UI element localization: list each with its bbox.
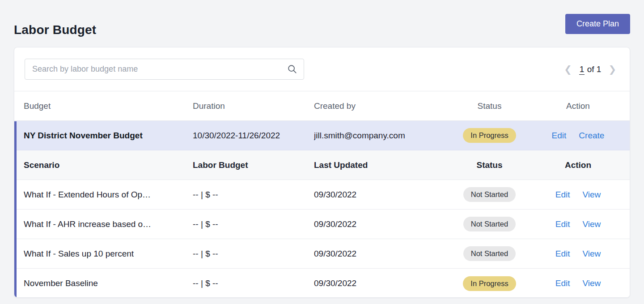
- edit-link[interactable]: Edit: [555, 219, 570, 229]
- header-duration: Duration: [193, 101, 314, 111]
- scenario-status-cell: Not Started: [463, 187, 516, 202]
- page-indicator: 1 of 1: [579, 64, 602, 74]
- budget-name: NY District November Budget: [24, 131, 193, 141]
- budget-row[interactable]: NY District November Budget 10/30/2022-1…: [14, 121, 630, 150]
- status-badge: Not Started: [463, 217, 516, 231]
- page-header: Labor Budget Create Plan: [0, 0, 644, 47]
- header-scenario-action: Action: [565, 160, 591, 170]
- scenario-actions: Edit View: [555, 219, 601, 229]
- view-link[interactable]: View: [582, 249, 601, 259]
- header-status: Status: [478, 101, 502, 111]
- status-badge: Not Started: [463, 246, 516, 261]
- scenario-name: What If - Sales up 10 percent: [24, 249, 193, 259]
- header-last-updated: Last Updated: [314, 160, 444, 170]
- scenario-status-cell: In Progress: [463, 276, 516, 291]
- view-link[interactable]: View: [582, 278, 601, 288]
- scenario-actions: Edit View: [555, 190, 601, 200]
- status-badge: Not Started: [463, 187, 516, 202]
- scenario-last-updated: 09/30/2022: [314, 190, 444, 200]
- scenario-last-updated: 09/30/2022: [314, 249, 444, 259]
- search-field-wrapper: [25, 59, 304, 80]
- scenario-rows: What If - Extended Hours of Op… -- | $ -…: [14, 180, 630, 298]
- budget-table-header: Budget Duration Created by Status Action: [14, 91, 630, 121]
- card-toolbar: ❮ 1 of 1 ❯: [14, 47, 630, 91]
- page-title: Labor Budget: [14, 23, 96, 37]
- edit-link[interactable]: Edit: [555, 278, 570, 288]
- view-link[interactable]: View: [582, 190, 601, 200]
- create-link[interactable]: Create: [579, 131, 604, 141]
- budget-actions: Edit Create: [552, 131, 605, 141]
- scenario-name: What If - Extended Hours of Op…: [24, 190, 193, 200]
- page-total-label: of 1: [587, 64, 602, 74]
- selected-budget-indicator-bar: [14, 121, 17, 298]
- create-plan-button[interactable]: Create Plan: [565, 14, 630, 34]
- scenario-actions: Edit View: [555, 278, 601, 288]
- edit-link[interactable]: Edit: [552, 131, 567, 141]
- header-budget: Budget: [24, 101, 193, 111]
- header-created-by: Created by: [314, 101, 444, 111]
- header-labor-budget: Labor Budget: [193, 160, 314, 170]
- chevron-left-icon[interactable]: ❮: [563, 64, 573, 75]
- pagination: ❮ 1 of 1 ❯: [563, 64, 617, 75]
- edit-link[interactable]: Edit: [555, 190, 570, 200]
- budget-created-by: jill.smith@company.com: [314, 131, 444, 141]
- scenario-row[interactable]: What If - Sales up 10 percent -- | $ -- …: [14, 239, 630, 269]
- scenario-row[interactable]: November Baseline -- | $ -- 09/30/2022 I…: [14, 269, 630, 298]
- budget-status-cell: In Progress: [463, 128, 516, 143]
- chevron-right-icon[interactable]: ❯: [607, 64, 617, 75]
- scenario-actions: Edit View: [555, 249, 601, 259]
- scenario-labor-budget: -- | $ --: [193, 249, 314, 259]
- scenario-table-header: Scenario Labor Budget Last Updated Statu…: [14, 150, 630, 180]
- labor-budget-card: ❮ 1 of 1 ❯ Budget Duration Created by St…: [14, 47, 630, 298]
- scenario-status-cell: Not Started: [463, 217, 516, 231]
- header-scenario-status: Status: [476, 160, 502, 170]
- search-input[interactable]: [25, 59, 304, 80]
- view-link[interactable]: View: [582, 219, 601, 229]
- status-badge: In Progress: [463, 276, 516, 291]
- scenario-labor-budget: -- | $ --: [193, 219, 314, 229]
- scenario-labor-budget: -- | $ --: [193, 190, 314, 200]
- scenario-row[interactable]: What If - AHR increase based o… -- | $ -…: [14, 210, 630, 239]
- scenario-row[interactable]: What If - Extended Hours of Op… -- | $ -…: [14, 180, 630, 210]
- header-action: Action: [566, 101, 590, 111]
- header-scenario: Scenario: [24, 160, 193, 170]
- search-icon[interactable]: [287, 64, 297, 74]
- edit-link[interactable]: Edit: [555, 249, 570, 259]
- scenario-name: November Baseline: [24, 278, 193, 288]
- scenario-name: What If - AHR increase based o…: [24, 219, 193, 229]
- scenario-last-updated: 09/30/2022: [314, 219, 444, 229]
- scenario-status-cell: Not Started: [463, 246, 516, 261]
- current-page-field[interactable]: 1: [579, 64, 585, 75]
- budget-duration: 10/30/2022-11/26/2022: [193, 131, 314, 141]
- scenario-last-updated: 09/30/2022: [314, 278, 444, 288]
- scenario-labor-budget: -- | $ --: [193, 278, 314, 288]
- status-badge: In Progress: [463, 128, 516, 143]
